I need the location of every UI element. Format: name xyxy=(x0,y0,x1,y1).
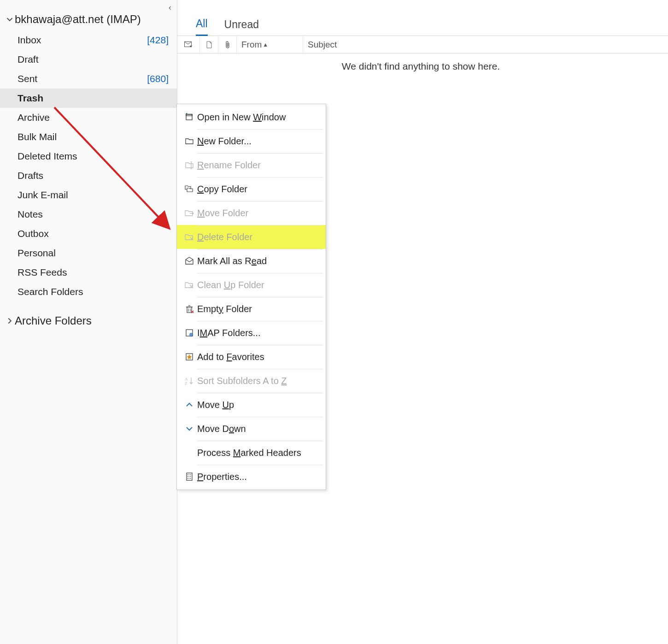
context-menu-item[interactable]: Open in New Window xyxy=(177,105,326,129)
folder-name: Archive xyxy=(18,112,169,123)
folder-item[interactable]: Notes xyxy=(0,205,177,224)
column-subject-label: Subject xyxy=(308,40,337,50)
context-menu-item: Rename Folder xyxy=(177,153,326,177)
svg-point-26 xyxy=(188,474,188,475)
folder-item[interactable]: Drafts xyxy=(0,166,177,185)
context-menu-label: Open in New Window xyxy=(197,112,286,123)
column-attachment[interactable] xyxy=(218,36,236,53)
folder-clean-icon xyxy=(182,281,197,289)
svg-point-27 xyxy=(188,476,188,477)
folder-name: Draft xyxy=(18,54,169,65)
chevron-right-icon xyxy=(6,318,15,324)
column-from-label: From xyxy=(241,40,262,50)
folder-sidebar: ‹ bkhawaja@att.net (IMAP) Inbox[428]Draf… xyxy=(0,0,177,644)
context-menu-label: Delete Folder xyxy=(197,232,252,242)
svg-rect-1 xyxy=(186,114,192,120)
paperclip-icon xyxy=(224,41,231,49)
folder-name: Personal xyxy=(18,248,169,259)
folder-name: Inbox xyxy=(18,35,147,46)
context-menu-item[interactable]: Empty Folder xyxy=(177,297,326,321)
new-window-icon xyxy=(182,112,197,122)
context-menu-label: Move Down xyxy=(197,424,246,434)
folder-item[interactable]: Junk E-mail xyxy=(0,185,177,205)
column-doc[interactable] xyxy=(199,36,218,53)
context-menu-label: Add to Favorites xyxy=(197,352,264,362)
page-icon xyxy=(206,41,212,48)
folder-item[interactable]: Personal xyxy=(0,243,177,263)
folder-count: [428] xyxy=(147,35,169,46)
chevron-up-icon xyxy=(182,402,197,408)
svg-rect-2 xyxy=(186,114,192,116)
chevron-down-icon xyxy=(6,16,15,23)
context-menu-item: Move Folder xyxy=(177,201,326,225)
context-menu-label: Empty Folder xyxy=(197,304,252,314)
column-envelope[interactable] xyxy=(177,36,199,53)
mark-read-icon xyxy=(182,257,197,265)
folder-name: Drafts xyxy=(18,170,169,181)
svg-text:A: A xyxy=(185,377,188,381)
folder-item[interactable]: Outbox xyxy=(0,224,177,243)
context-menu-item: Clean Up Folder xyxy=(177,273,326,297)
context-menu-item[interactable]: Move Down xyxy=(177,417,326,441)
archive-folders-header[interactable]: Archive Folders xyxy=(0,301,177,332)
column-from[interactable]: From▲ xyxy=(236,36,303,53)
folder-list: Inbox[428]DraftSent[680]TrashArchiveBulk… xyxy=(0,30,177,301)
context-menu-item[interactable]: Mark All as Read xyxy=(177,249,326,273)
column-subject[interactable]: Subject xyxy=(303,36,668,53)
context-menu-label: Properties... xyxy=(197,472,247,482)
column-headers: From▲ Subject xyxy=(177,36,668,53)
folder-delete-icon xyxy=(182,233,197,241)
context-menu-label: Mark All as Read xyxy=(197,256,267,266)
context-menu-label: Clean Up Folder xyxy=(197,280,264,290)
folder-name: Sent xyxy=(18,73,147,84)
context-menu-item: AZSort Subfolders A to Z xyxy=(177,369,326,393)
folder-name: RSS Feeds xyxy=(18,267,169,278)
folder-item[interactable]: Sent[680] xyxy=(0,69,177,89)
filter-tabs: All Unread xyxy=(177,0,668,36)
tab-unread[interactable]: Unread xyxy=(224,18,259,35)
tab-all[interactable]: All xyxy=(196,18,208,36)
collapse-sidebar-button[interactable]: ‹ xyxy=(169,3,171,12)
folder-name: Trash xyxy=(18,93,169,104)
context-menu-label: Rename Folder xyxy=(197,160,261,171)
imap-icon xyxy=(182,328,197,337)
folder-item[interactable]: RSS Feeds xyxy=(0,263,177,282)
svg-rect-12 xyxy=(187,307,192,313)
context-menu-item: Delete Folder xyxy=(177,225,326,249)
folder-item[interactable]: Draft xyxy=(0,50,177,69)
folder-empty-icon xyxy=(182,304,197,313)
folder-copy-icon xyxy=(182,184,197,194)
folder-name: Deleted Items xyxy=(18,151,169,162)
account-label: bkhawaja@att.net (IMAP) xyxy=(15,13,141,26)
sort-caret-icon: ▲ xyxy=(263,41,268,48)
folder-name: Junk E-mail xyxy=(18,189,169,201)
folder-count: [680] xyxy=(147,73,169,84)
context-menu-item[interactable]: Properties... xyxy=(177,465,326,489)
chevron-down-icon xyxy=(182,425,197,432)
folder-item[interactable]: Inbox[428] xyxy=(0,30,177,50)
context-menu-item[interactable]: Copy Folder xyxy=(177,177,326,201)
folder-name: Outbox xyxy=(18,228,169,239)
folder-item[interactable]: Archive xyxy=(0,108,177,127)
context-menu-item[interactable]: New Folder... xyxy=(177,129,326,153)
chevron-left-icon: ‹ xyxy=(169,3,171,12)
folder-item[interactable]: Search Folders xyxy=(0,282,177,301)
folder-name: Bulk Mail xyxy=(18,131,169,142)
context-menu-item[interactable]: Move Up xyxy=(177,393,326,417)
properties-icon xyxy=(182,472,197,481)
folder-item[interactable]: Deleted Items xyxy=(0,147,177,166)
folder-name: Search Folders xyxy=(18,286,169,297)
account-header[interactable]: bkhawaja@att.net (IMAP) xyxy=(0,3,177,30)
context-menu-item[interactable]: Add to Favorites xyxy=(177,345,326,369)
folder-item[interactable]: Bulk Mail xyxy=(0,127,177,147)
folder-name: Notes xyxy=(18,209,169,220)
folder-move-icon xyxy=(182,209,197,217)
context-menu-item[interactable]: Process Marked Headers xyxy=(177,441,326,465)
context-menu-label: Move Up xyxy=(197,400,234,410)
folder-item[interactable]: Trash xyxy=(0,89,177,108)
context-menu-item[interactable]: IMAP Folders... xyxy=(177,321,326,345)
empty-state-message: We didn't find anything to show here. xyxy=(177,61,668,72)
folder-context-menu: Open in New WindowNew Folder...Rename Fo… xyxy=(176,104,326,490)
folder-rename-icon xyxy=(182,161,197,169)
svg-point-28 xyxy=(188,478,188,479)
